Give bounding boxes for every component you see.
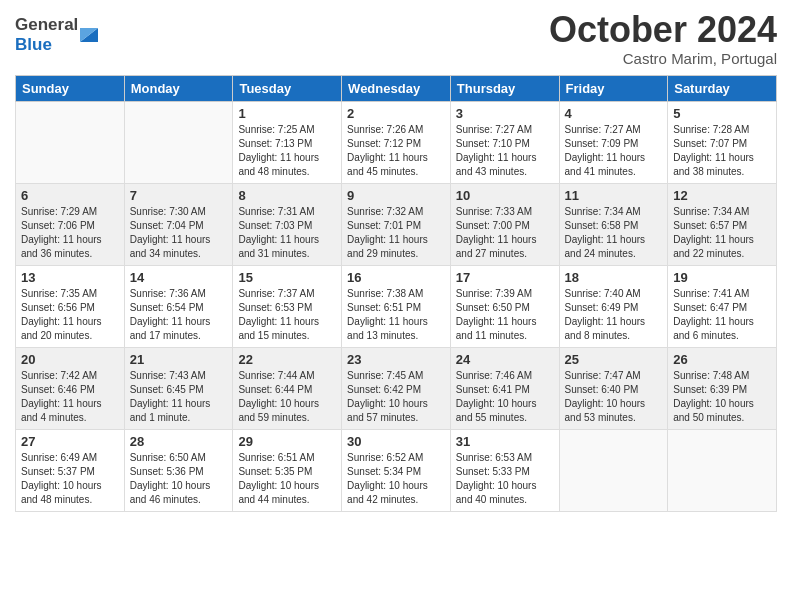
col-monday: Monday [124,75,233,101]
day-number: 19 [673,270,771,285]
day-number: 7 [130,188,228,203]
day-number: 17 [456,270,554,285]
day-detail: Sunrise: 7:38 AM Sunset: 6:51 PM Dayligh… [347,287,445,343]
table-row: 7Sunrise: 7:30 AM Sunset: 7:04 PM Daylig… [124,183,233,265]
calendar-week-row: 1Sunrise: 7:25 AM Sunset: 7:13 PM Daylig… [16,101,777,183]
day-number: 8 [238,188,336,203]
table-row: 17Sunrise: 7:39 AM Sunset: 6:50 PM Dayli… [450,265,559,347]
day-number: 3 [456,106,554,121]
table-row: 25Sunrise: 7:47 AM Sunset: 6:40 PM Dayli… [559,347,668,429]
day-number: 16 [347,270,445,285]
logo-text: General Blue [15,15,78,54]
day-number: 15 [238,270,336,285]
table-row: 4Sunrise: 7:27 AM Sunset: 7:09 PM Daylig… [559,101,668,183]
day-detail: Sunrise: 7:27 AM Sunset: 7:10 PM Dayligh… [456,123,554,179]
day-detail: Sunrise: 7:27 AM Sunset: 7:09 PM Dayligh… [565,123,663,179]
day-detail: Sunrise: 7:37 AM Sunset: 6:53 PM Dayligh… [238,287,336,343]
day-detail: Sunrise: 7:40 AM Sunset: 6:49 PM Dayligh… [565,287,663,343]
table-row: 12Sunrise: 7:34 AM Sunset: 6:57 PM Dayli… [668,183,777,265]
day-number: 1 [238,106,336,121]
table-row: 1Sunrise: 7:25 AM Sunset: 7:13 PM Daylig… [233,101,342,183]
table-row: 3Sunrise: 7:27 AM Sunset: 7:10 PM Daylig… [450,101,559,183]
calendar-week-row: 6Sunrise: 7:29 AM Sunset: 7:06 PM Daylig… [16,183,777,265]
day-detail: Sunrise: 7:33 AM Sunset: 7:00 PM Dayligh… [456,205,554,261]
day-number: 22 [238,352,336,367]
day-number: 9 [347,188,445,203]
table-row: 26Sunrise: 7:48 AM Sunset: 6:39 PM Dayli… [668,347,777,429]
day-number: 29 [238,434,336,449]
calendar-week-row: 20Sunrise: 7:42 AM Sunset: 6:46 PM Dayli… [16,347,777,429]
day-detail: Sunrise: 6:49 AM Sunset: 5:37 PM Dayligh… [21,451,119,507]
calendar-table: Sunday Monday Tuesday Wednesday Thursday… [15,75,777,512]
day-number: 20 [21,352,119,367]
day-detail: Sunrise: 7:44 AM Sunset: 6:44 PM Dayligh… [238,369,336,425]
day-detail: Sunrise: 7:36 AM Sunset: 6:54 PM Dayligh… [130,287,228,343]
day-number: 21 [130,352,228,367]
table-row: 22Sunrise: 7:44 AM Sunset: 6:44 PM Dayli… [233,347,342,429]
table-row: 8Sunrise: 7:31 AM Sunset: 7:03 PM Daylig… [233,183,342,265]
day-detail: Sunrise: 7:35 AM Sunset: 6:56 PM Dayligh… [21,287,119,343]
col-friday: Friday [559,75,668,101]
logo: General Blue [15,15,98,54]
logo-blue: Blue [15,35,78,55]
day-number: 10 [456,188,554,203]
day-detail: Sunrise: 7:43 AM Sunset: 6:45 PM Dayligh… [130,369,228,425]
day-detail: Sunrise: 7:26 AM Sunset: 7:12 PM Dayligh… [347,123,445,179]
table-row: 29Sunrise: 6:51 AM Sunset: 5:35 PM Dayli… [233,429,342,511]
day-detail: Sunrise: 7:28 AM Sunset: 7:07 PM Dayligh… [673,123,771,179]
day-number: 23 [347,352,445,367]
day-detail: Sunrise: 6:50 AM Sunset: 5:36 PM Dayligh… [130,451,228,507]
table-row [16,101,125,183]
col-sunday: Sunday [16,75,125,101]
day-number: 27 [21,434,119,449]
day-detail: Sunrise: 7:34 AM Sunset: 6:57 PM Dayligh… [673,205,771,261]
col-wednesday: Wednesday [342,75,451,101]
table-row: 28Sunrise: 6:50 AM Sunset: 5:36 PM Dayli… [124,429,233,511]
table-row: 30Sunrise: 6:52 AM Sunset: 5:34 PM Dayli… [342,429,451,511]
header: General Blue October 2024 Castro Marim, … [15,10,777,67]
day-number: 6 [21,188,119,203]
table-row: 13Sunrise: 7:35 AM Sunset: 6:56 PM Dayli… [16,265,125,347]
day-detail: Sunrise: 7:39 AM Sunset: 6:50 PM Dayligh… [456,287,554,343]
day-detail: Sunrise: 7:47 AM Sunset: 6:40 PM Dayligh… [565,369,663,425]
calendar-week-row: 27Sunrise: 6:49 AM Sunset: 5:37 PM Dayli… [16,429,777,511]
calendar-header-row: Sunday Monday Tuesday Wednesday Thursday… [16,75,777,101]
day-detail: Sunrise: 7:32 AM Sunset: 7:01 PM Dayligh… [347,205,445,261]
calendar-week-row: 13Sunrise: 7:35 AM Sunset: 6:56 PM Dayli… [16,265,777,347]
table-row: 31Sunrise: 6:53 AM Sunset: 5:33 PM Dayli… [450,429,559,511]
table-row: 27Sunrise: 6:49 AM Sunset: 5:37 PM Dayli… [16,429,125,511]
day-detail: Sunrise: 7:31 AM Sunset: 7:03 PM Dayligh… [238,205,336,261]
day-number: 12 [673,188,771,203]
day-detail: Sunrise: 7:29 AM Sunset: 7:06 PM Dayligh… [21,205,119,261]
page-container: General Blue October 2024 Castro Marim, … [0,0,792,522]
logo-icon [80,20,98,42]
day-number: 30 [347,434,445,449]
day-detail: Sunrise: 7:46 AM Sunset: 6:41 PM Dayligh… [456,369,554,425]
day-number: 31 [456,434,554,449]
day-number: 24 [456,352,554,367]
day-number: 4 [565,106,663,121]
table-row: 18Sunrise: 7:40 AM Sunset: 6:49 PM Dayli… [559,265,668,347]
table-row: 23Sunrise: 7:45 AM Sunset: 6:42 PM Dayli… [342,347,451,429]
day-number: 5 [673,106,771,121]
location-subtitle: Castro Marim, Portugal [549,50,777,67]
table-row: 2Sunrise: 7:26 AM Sunset: 7:12 PM Daylig… [342,101,451,183]
table-row: 6Sunrise: 7:29 AM Sunset: 7:06 PM Daylig… [16,183,125,265]
day-detail: Sunrise: 6:51 AM Sunset: 5:35 PM Dayligh… [238,451,336,507]
col-thursday: Thursday [450,75,559,101]
day-number: 13 [21,270,119,285]
table-row: 21Sunrise: 7:43 AM Sunset: 6:45 PM Dayli… [124,347,233,429]
day-number: 11 [565,188,663,203]
table-row: 9Sunrise: 7:32 AM Sunset: 7:01 PM Daylig… [342,183,451,265]
day-detail: Sunrise: 6:53 AM Sunset: 5:33 PM Dayligh… [456,451,554,507]
day-number: 18 [565,270,663,285]
day-detail: Sunrise: 7:34 AM Sunset: 6:58 PM Dayligh… [565,205,663,261]
day-detail: Sunrise: 7:41 AM Sunset: 6:47 PM Dayligh… [673,287,771,343]
table-row: 16Sunrise: 7:38 AM Sunset: 6:51 PM Dayli… [342,265,451,347]
day-detail: Sunrise: 7:30 AM Sunset: 7:04 PM Dayligh… [130,205,228,261]
table-row: 10Sunrise: 7:33 AM Sunset: 7:00 PM Dayli… [450,183,559,265]
col-saturday: Saturday [668,75,777,101]
day-detail: Sunrise: 7:45 AM Sunset: 6:42 PM Dayligh… [347,369,445,425]
day-detail: Sunrise: 7:48 AM Sunset: 6:39 PM Dayligh… [673,369,771,425]
day-detail: Sunrise: 7:42 AM Sunset: 6:46 PM Dayligh… [21,369,119,425]
